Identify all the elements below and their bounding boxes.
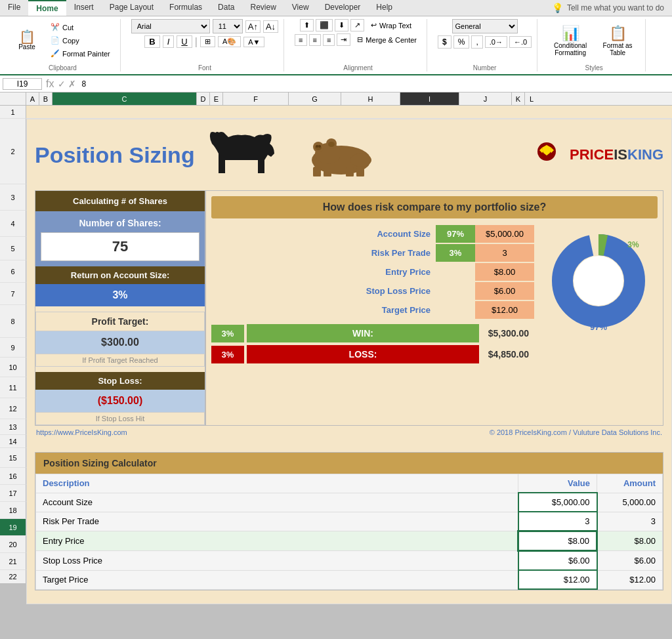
blank-row-14 [35,439,663,452]
copy-button[interactable]: 📄 Copy [46,34,115,47]
tab-insert[interactable]: Insert [66,0,102,16]
conditional-formatting-button[interactable]: 📊 Conditional Formatting [548,22,593,59]
format-painter-button[interactable]: 🖌️ Format Painter [46,47,115,60]
align-middle-button[interactable]: ⬛ [316,19,333,31]
dollar-button[interactable]: $ [438,35,452,49]
amt-risk-per-trade: 3 [597,512,663,531]
col-header-i[interactable]: I [400,93,459,105]
cut-button[interactable]: ✂️ Cut [46,21,115,33]
wrap-text-button[interactable]: ↩ Wrap Text [366,19,416,31]
tab-page-layout[interactable]: Page Layout [102,0,161,16]
row-num-21: 21 [0,553,26,570]
stoploss-note: If Stop Loss Hit [35,412,205,425]
decrease-decimal-button[interactable]: ←.0 [509,36,532,48]
fill-color-button[interactable]: A🎨 [218,36,241,47]
right-panel: How does risk compare to my portfolio si… [206,191,663,425]
right-data-table: Account Size 97% $5,000.00 Risk Per Trad… [211,225,534,363]
footer-link[interactable]: https://www.PriceIsKing.com [36,428,127,436]
alignment-content: ⬆ ⬛ ⬇ ↗ ↩ Wrap Text ≡ ≡ ≡ ⇥ ⊟ M [295,19,421,62]
col-header-f[interactable]: F [223,93,289,105]
col-header-k[interactable]: K [512,93,525,105]
tell-me-box[interactable]: Tell me what you want to do [567,3,664,12]
shares-value[interactable]: 75 [41,232,200,261]
font-size-select[interactable]: 11 [213,19,243,33]
val-account-size-bt[interactable]: $5,000.00 [518,493,597,512]
italic-button[interactable]: I [163,35,175,48]
col-header-a[interactable]: A [26,93,39,105]
align-right-button[interactable]: ≡ [323,34,335,46]
formula-fx-label: fx [45,78,55,90]
format-table-button[interactable]: 📋 Format as Table [595,22,640,59]
clipboard-secondary: ✂️ Cut 📄 Copy 🖌️ Format Painter [46,21,115,60]
number-content: General $ % , .0→ ←.0 [438,19,532,62]
tab-view[interactable]: View [284,0,317,16]
amt-target-price: $12.00 [597,570,663,589]
row-num-9: 9 [0,338,26,358]
pct-account-size: 97% [436,225,475,243]
desc-target-price: Target Price [36,570,518,589]
comma-button[interactable]: , [471,35,482,49]
svg-point-8 [318,145,321,148]
amt-account-size: 5,000.00 [597,493,663,512]
align-bottom-button[interactable]: ⬇ [335,19,348,31]
col-header-c[interactable]: C [52,93,197,105]
ps-header: Position Sizing [35,125,663,185]
left-panel: Calculating # of Shares Number of Shares… [35,191,206,425]
orientation-button[interactable]: ↗ [350,19,364,31]
col-header-b[interactable]: B [39,93,52,105]
percent-button[interactable]: % [453,35,470,49]
col-header-l[interactable]: L [525,93,538,105]
paste-button[interactable]: 📋 Paste [10,27,43,54]
tab-data[interactable]: Data [210,0,242,16]
svg-point-17 [574,256,623,306]
val-stop-loss-bt[interactable]: $6.00 [518,551,597,571]
row-num-1: 1 [0,106,26,119]
col-header-e[interactable]: E [210,93,223,105]
conditional-formatting-label: Conditional Formatting [551,42,590,56]
increase-font-button[interactable]: A↑ [245,20,261,33]
font-color-button[interactable]: A▼ [243,37,264,47]
val-target-price-bt[interactable]: $12.00 [518,570,597,589]
align-top-button[interactable]: ⬆ [300,19,314,31]
table-row: Entry Price $8.00 $8.00 [36,531,663,551]
desc-account-size: Account Size [36,493,518,512]
row-num-22: 22 [0,570,26,583]
tab-file[interactable]: File [0,0,28,16]
val-entry-price-bt[interactable]: $8.00 [518,531,597,551]
tab-help[interactable]: Help [368,0,400,16]
tab-review[interactable]: Review [242,0,284,16]
checkmark-icon: ✓ [58,79,66,89]
underline-button[interactable]: U [177,35,192,48]
increase-decimal-button[interactable]: .0→ [485,36,507,48]
brand-is: IS [614,146,627,163]
formula-input[interactable] [79,79,669,89]
align-left-button[interactable]: ≡ [295,34,306,46]
border-button[interactable]: ⊞ [200,36,215,47]
right-panel-title: How does risk compare to my portfolio si… [211,196,658,218]
merge-center-button[interactable]: ⊟ Merge & Center [352,33,421,46]
tab-formulas[interactable]: Formulas [161,0,210,16]
amt-stop-loss: $6.00 [597,551,663,571]
indent-button[interactable]: ⇥ [337,33,350,46]
loss-value: $4,850.00 [482,345,534,363]
align-center-button[interactable]: ≡ [309,34,321,46]
tab-home[interactable]: Home [28,0,66,16]
number-format-select[interactable]: General [452,19,518,33]
svg-text:3%: 3% [627,240,639,249]
styles-content: 📊 Conditional Formatting 📋 Format as Tab… [548,19,640,62]
decrease-font-button[interactable]: A↓ [263,20,278,33]
col-header-h[interactable]: H [341,93,400,105]
tab-developer[interactable]: Developer [317,0,369,16]
row-num-10: 10 [0,358,26,377]
col-header-j[interactable]: J [459,93,512,105]
col-header-d[interactable]: D [197,93,210,105]
table-row: Target Price $12.00 $12.00 [36,570,663,589]
val-risk-per-trade-bt[interactable]: 3 [518,512,597,531]
row-num-5: 5 [0,237,26,260]
col-header-g[interactable]: G [289,93,341,105]
bold-button[interactable]: B [144,35,159,48]
font-name-select[interactable]: Arial [131,19,210,33]
amt-entry-price: $8.00 [597,531,663,551]
cell-reference-input[interactable] [3,78,42,90]
svg-rect-12 [356,168,364,176]
